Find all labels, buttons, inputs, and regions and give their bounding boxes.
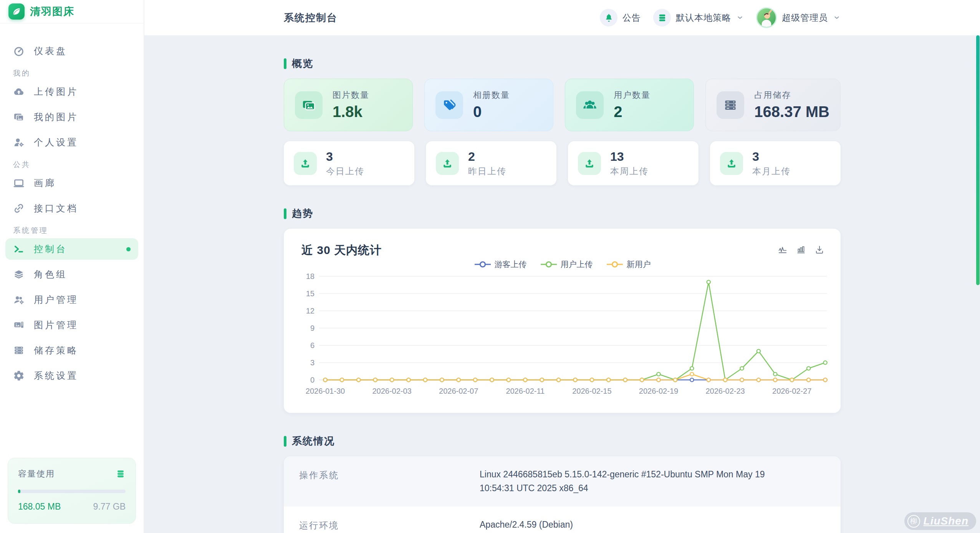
user-gear-icon <box>13 137 25 148</box>
upload-tray-icon <box>294 152 317 175</box>
stat-label: 本月上传 <box>752 165 791 177</box>
stat-label: 图片数量 <box>333 89 369 101</box>
info-value: Apache/2.4.59 (Debian) <box>480 518 825 532</box>
stat-value: 3 <box>326 150 364 164</box>
sidebar-item-upload-image[interactable]: 上传图片 <box>5 81 138 102</box>
capacity-total: 9.77 GB <box>93 502 126 512</box>
svg-text:0: 0 <box>310 376 315 384</box>
stat-card-album-count: 相册数量0 <box>424 79 553 131</box>
terminal-icon <box>13 243 25 255</box>
legend-item[interactable]: 用户上传 <box>540 259 593 270</box>
scrollbar-thumb[interactable] <box>976 35 980 285</box>
chevron-down-icon <box>833 14 841 21</box>
sidebar-item-console[interactable]: 控制台 <box>5 238 138 260</box>
sidebar-item-user-management[interactable]: 用户管理 <box>5 289 138 310</box>
database-icon <box>116 469 126 479</box>
user-name-label: 超级管理员 <box>782 12 828 24</box>
users-gear-icon <box>13 294 25 305</box>
sidebar-item-label: 角色组 <box>34 268 67 281</box>
sidebar-item-label: 储存策略 <box>34 344 78 356</box>
sidebar-item-role-groups[interactable]: 角色组 <box>5 264 138 285</box>
sidebar-item-profile-settings[interactable]: 个人设置 <box>5 132 138 153</box>
sidebar-item-storage-policy[interactable]: 储存策略 <box>5 340 138 361</box>
toolbox-bars-icon[interactable] <box>796 245 806 255</box>
sidebar-item-label: 个人设置 <box>34 136 78 149</box>
upload-tray-icon <box>436 152 459 175</box>
sidebar-item-dashboard[interactable]: 仪表盘 <box>5 40 138 62</box>
sidebar-item-my-images[interactable]: 我的图片 <box>5 106 138 128</box>
svg-text:9: 9 <box>310 324 315 332</box>
active-indicator-dot <box>126 247 131 251</box>
server-icon <box>13 345 25 356</box>
legend-label: 游客上传 <box>495 259 527 270</box>
section-accent-bar <box>284 208 286 219</box>
stat-card-image-count: 图片数量1.8k <box>284 79 413 131</box>
link-icon <box>13 203 25 214</box>
app-title: 清羽图床 <box>30 5 74 18</box>
bell-icon[interactable] <box>600 9 617 26</box>
announcement-button[interactable]: 公告 <box>600 9 641 26</box>
logo-row[interactable]: 清羽图床 <box>0 0 144 23</box>
stat-label: 本周上传 <box>610 165 649 177</box>
capacity-used: 168.05 MB <box>18 502 61 512</box>
topbar: 系统控制台 公告 默认本地策略 <box>144 0 980 35</box>
section-accent-bar <box>284 436 286 447</box>
system-info-table: 操作系统Linux 2446685815eb 5.15.0-142-generi… <box>284 456 841 533</box>
stat-value: 2 <box>468 150 507 164</box>
upload-tray-icon <box>578 152 601 175</box>
toolbox-pulse-icon[interactable] <box>778 245 788 255</box>
legend-marker <box>540 261 558 268</box>
announcement-label: 公告 <box>622 12 641 24</box>
overview-stats: 图片数量1.8k相册数量0用户数量2占用储存168.37 MB <box>284 79 841 131</box>
upload-tray-icon <box>720 152 743 175</box>
legend-marker <box>606 261 624 268</box>
users-icon <box>576 91 604 119</box>
stat-value: 13 <box>610 150 649 164</box>
gear-icon <box>13 370 25 381</box>
sidebar-nav: 仪表盘我的上传图片我的图片个人设置公共画廊接口文档系统管理控制台角色组用户管理图… <box>0 23 144 458</box>
image-manage-icon <box>13 319 25 331</box>
svg-text:2026-02-15: 2026-02-15 <box>572 387 611 395</box>
monitor-icon <box>13 177 25 189</box>
section-overview: 概览 <box>284 57 841 70</box>
watermark-badge: 柳 LiuShen <box>904 512 976 530</box>
stat-label: 用户数量 <box>614 89 651 101</box>
legend-label: 新用户 <box>627 259 651 270</box>
toolbox-download-icon[interactable] <box>814 245 824 255</box>
stat-card-week-uploads: 13本周上传 <box>568 141 699 185</box>
watermark-text: LiuShen <box>924 515 968 527</box>
sidebar-section-label: 我的 <box>5 66 138 81</box>
chart-legend: 游客上传用户上传新用户 <box>295 259 829 269</box>
images-icon <box>13 111 25 123</box>
stat-value: 2 <box>614 103 651 120</box>
svg-text:12: 12 <box>306 307 315 315</box>
sidebar-item-system-settings[interactable]: 系统设置 <box>5 365 138 386</box>
stat-card-yesterday-uploads: 2昨日上传 <box>426 141 556 185</box>
main-content: 概览 图片数量1.8k相册数量0用户数量2占用储存168.37 MB 3今日上传… <box>144 35 980 533</box>
gauge-icon <box>13 45 25 57</box>
storage-policy-dropdown[interactable]: 默认本地策略 <box>653 9 744 26</box>
layers-icon <box>13 269 25 280</box>
sidebar-item-label: 仪表盘 <box>34 45 67 57</box>
tags-icon <box>435 91 463 119</box>
stat-label: 昨日上传 <box>468 165 507 177</box>
sidebar-item-label: 系统设置 <box>34 370 78 382</box>
sidebar-item-gallery[interactable]: 画廊 <box>5 172 138 194</box>
capacity-card: 容量使用 168.05 MB 9.77 GB <box>8 458 136 524</box>
sidebar-item-api-docs[interactable]: 接口文档 <box>5 198 138 219</box>
sidebar-item-image-management[interactable]: 图片管理 <box>5 314 138 336</box>
legend-item[interactable]: 新用户 <box>606 259 651 270</box>
trend-chart-card: 近 30 天内统计 游客上传用户上传新用户 03691215182026-01-… <box>284 229 841 413</box>
info-value: Linux 2446685815eb 5.15.0-142-generic #1… <box>480 468 825 495</box>
legend-item[interactable]: 游客上传 <box>474 259 527 270</box>
stat-value: 3 <box>752 150 791 164</box>
sidebar-item-label: 上传图片 <box>34 86 78 98</box>
sidebar-item-label: 我的图片 <box>34 111 78 123</box>
user-menu[interactable]: 超级管理员 <box>756 7 841 28</box>
sidebar-item-label: 接口文档 <box>34 202 78 215</box>
stat-value: 168.37 MB <box>754 103 829 120</box>
svg-text:2026-02-07: 2026-02-07 <box>439 387 478 395</box>
svg-text:15: 15 <box>306 289 315 298</box>
cloud-upload-icon <box>13 86 25 97</box>
user-avatar[interactable] <box>756 7 777 28</box>
